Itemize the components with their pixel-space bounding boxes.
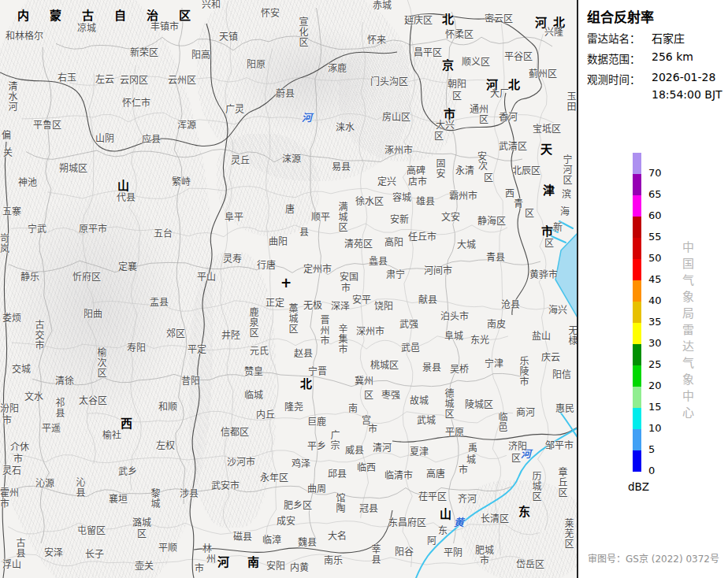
place-label: 广灵 — [225, 105, 244, 115]
place-label: 区 — [484, 173, 493, 183]
legend-color-cell — [633, 387, 641, 408]
place-label: 东光 — [470, 335, 489, 346]
place-label: 定襄 — [118, 262, 137, 272]
place-label: 怀柔区 — [445, 30, 474, 40]
place-label: 任丘市 — [408, 232, 436, 243]
place-label: 潞城 — [132, 518, 151, 528]
radar-product-viewer: { "panel": { "title": "组合反射率", "station_… — [0, 0, 728, 578]
place-label: 延庆区 — [404, 16, 433, 26]
place-label: 区 — [544, 239, 554, 249]
place-label: 邹平市 — [545, 441, 574, 451]
place-label: 左云 — [95, 75, 114, 85]
place-label: 岚 — [0, 244, 9, 254]
place-label: 饶阳 — [374, 302, 393, 312]
place-label: 阿 — [427, 536, 436, 547]
place-label: 县 — [299, 228, 309, 238]
place-label: 天镇 — [219, 32, 238, 43]
place-label: 浮山 — [2, 560, 21, 570]
place-label: 东昌府区 — [388, 518, 426, 528]
place-label: 莘县 — [370, 544, 380, 565]
place-label: 武城 — [417, 416, 436, 426]
place-label: 武安市 — [211, 481, 240, 491]
time-label: 观测时间： — [587, 71, 641, 87]
place-label: 故城 — [410, 396, 429, 406]
place-label: 涞源 — [282, 154, 301, 165]
place-label: 丰镇市 — [150, 22, 179, 32]
legend-color-cell — [633, 174, 641, 195]
legend-tick-label: 25 — [648, 358, 662, 370]
place-label: 新荣区 — [130, 48, 158, 58]
place-label: 店市 — [408, 177, 427, 187]
place-label: 桃城区 — [370, 361, 399, 371]
place-label: 乐陵市 — [518, 356, 528, 387]
station-label: 雷达站名： — [587, 30, 641, 46]
place-label: 房山区 — [382, 113, 410, 123]
county-boundary — [10, 450, 507, 463]
place-label: 和顺 — [158, 402, 177, 413]
legend-color-cell — [633, 344, 641, 365]
place-label: 北辰区 — [512, 166, 540, 176]
place-label: 五寨 — [2, 207, 21, 217]
legend-unit: dBZ — [628, 480, 649, 493]
place-label: 怀来 — [367, 35, 386, 46]
place-label: 鸡泽 — [292, 459, 310, 469]
county-boundary — [492, 24, 504, 555]
legend-tick-label: 50 — [648, 252, 662, 264]
time-value-clock: 18:54:00 BJT — [652, 88, 722, 101]
place-label: 巨鹿 — [307, 417, 326, 428]
place-label: 古交市 — [33, 320, 43, 350]
place-label: 阜平 — [225, 213, 243, 223]
place-label: 盐山 — [532, 332, 551, 342]
legend-color-cell — [633, 195, 641, 217]
legend-tick-label: 30 — [648, 337, 662, 349]
place-label: 涞水 — [336, 123, 355, 133]
province-label: 河 — [217, 556, 229, 569]
place-label: 定州市 — [303, 265, 332, 275]
place-label: 永年区 — [260, 473, 288, 484]
place-label: 献县 — [418, 295, 437, 306]
place-label: 涉县 — [180, 489, 199, 499]
watermark: 中国气象局雷达气象中心 — [679, 241, 696, 423]
place-label: 和林格尔 — [6, 31, 43, 42]
place-label: 山阴 — [95, 134, 114, 144]
place-label: 区 — [434, 132, 444, 142]
place-label: 商河 — [516, 408, 535, 418]
place-label: 区 — [525, 209, 534, 219]
place-label: 凉城 — [77, 24, 96, 34]
place-label: 清水河 — [6, 81, 17, 112]
legend-color-cell — [633, 238, 641, 259]
legend: 7065605550454035302520151050 — [633, 153, 719, 484]
place-label: 隆尧 — [284, 402, 303, 413]
place-label: 青 — [514, 199, 523, 209]
place-label: 雄县 — [416, 197, 435, 207]
product-title: 组合反射率 — [587, 6, 654, 26]
province-label: 南 — [247, 556, 259, 569]
place-label: 成安 — [277, 517, 295, 527]
province-label: 市 — [444, 108, 455, 120]
province-label: 津 — [543, 184, 555, 197]
province-label: 京 — [442, 59, 454, 72]
place-label: 云州区 — [168, 76, 196, 86]
place-label: 宝坻区 — [533, 124, 561, 135]
place-label: 徐水区 — [355, 197, 384, 207]
place-label: 繁峙 — [172, 177, 191, 187]
place-label: 历城区 — [530, 471, 540, 502]
province-label: 市 — [541, 225, 553, 238]
place-label: 武邑 — [401, 343, 420, 354]
place-label: 交城 — [12, 365, 31, 375]
place-label: 大城 — [457, 240, 476, 250]
place-label: 海 — [560, 207, 570, 217]
place-label: 吴桥 — [450, 365, 469, 375]
place-label: 宁晋 — [308, 367, 327, 377]
place-label: 兴隆 — [544, 28, 563, 38]
place-label: 章丘区 — [556, 467, 566, 498]
place-label: 永清 — [455, 166, 474, 176]
place-label: 顺义区 — [462, 57, 490, 68]
place-label: 市 — [0, 499, 9, 509]
province-label: 山 — [117, 180, 129, 192]
place-label: 平乡 — [307, 442, 326, 452]
place-label: 蔚县 — [276, 89, 295, 99]
place-label: 高阳 — [384, 238, 403, 248]
province-label: 东 — [518, 506, 530, 518]
place-label: 壶关 — [135, 561, 154, 572]
